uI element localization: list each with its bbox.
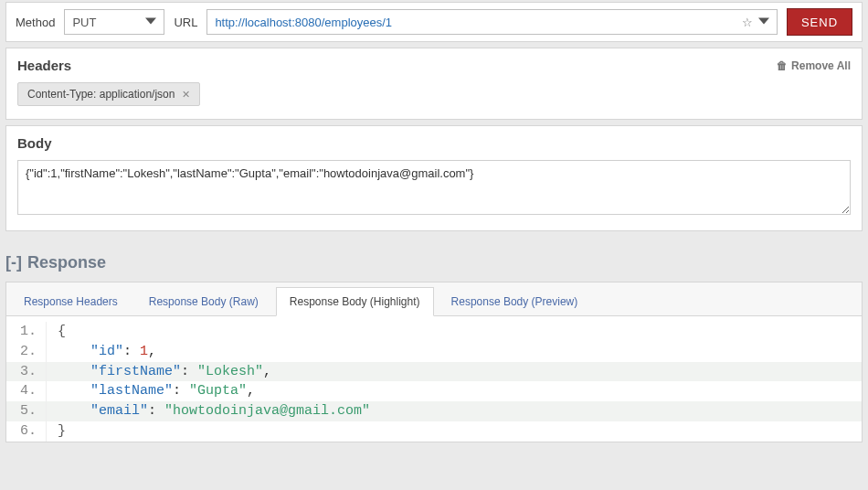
tab-response-2[interactable]: Response Body (Highlight) [276,287,434,316]
code-line: 2. "id": 1, [6,342,862,362]
tab-response-0[interactable]: Response Headers [10,287,132,316]
trash-icon: 🗑 [777,59,788,72]
headers-panel: Headers 🗑 Remove All Content-Type: appli… [5,48,863,120]
body-title: Body [17,135,52,151]
method-value: PUT [72,16,96,29]
code-line: 5. "email": "howtodoinjava@gmail.com" [6,401,862,421]
send-button[interactable]: SEND [787,8,852,36]
response-body-highlight: 1.{2. "id": 1,3. "firstName": "Lokesh",4… [5,316,863,442]
code-content: "lastName": "Gupta", [58,381,255,401]
code-content: "firstName": "Lokesh", [58,362,271,382]
response-title: Response [27,253,106,272]
code-content: "id": 1, [58,342,156,362]
code-content: "email": "howtodoinjava@gmail.com" [58,401,370,421]
line-number: 1. [6,322,47,342]
response-header: [-] Response [5,253,863,272]
line-number: 4. [6,381,47,401]
url-field-wrap: ☆ [206,9,778,35]
code-line: 4. "lastName": "Gupta", [6,381,862,401]
method-dropdown[interactable]: PUT [64,9,164,35]
headers-list: Content-Type: application/json✕ [17,82,851,106]
line-number: 6. [6,421,47,442]
remove-all-headers[interactable]: 🗑 Remove All [777,59,851,72]
url-label: URL [174,16,197,29]
headers-title: Headers [17,58,71,73]
star-icon[interactable]: ☆ [742,16,753,29]
url-input[interactable] [207,16,735,29]
tab-response-1[interactable]: Response Body (Raw) [135,287,272,316]
code-line: 6.} [6,421,862,442]
response-collapse-toggle[interactable]: [-] [5,253,22,272]
body-panel: Body [5,125,863,231]
history-chevron-icon[interactable] [758,16,769,29]
code-line: 3. "firstName": "Lokesh", [6,362,862,382]
header-chip-text: Content-Type: application/json [27,88,175,101]
close-icon[interactable]: ✕ [182,89,190,101]
tab-response-3[interactable]: Response Body (Preview) [438,287,592,316]
method-label: Method [16,16,55,29]
code-line: 1.{ [6,322,862,342]
line-number: 5. [6,401,47,421]
code-content: } [58,421,66,442]
chevron-down-icon [145,16,156,29]
line-number: 3. [6,362,47,382]
code-content: { [58,322,66,342]
body-textarea[interactable] [17,160,851,215]
line-number: 2. [6,342,47,362]
response-tab-bar: Response HeadersResponse Body (Raw)Respo… [5,282,863,316]
request-bar: Method PUT URL ☆ SEND [5,2,863,42]
header-chip[interactable]: Content-Type: application/json✕ [17,82,200,106]
